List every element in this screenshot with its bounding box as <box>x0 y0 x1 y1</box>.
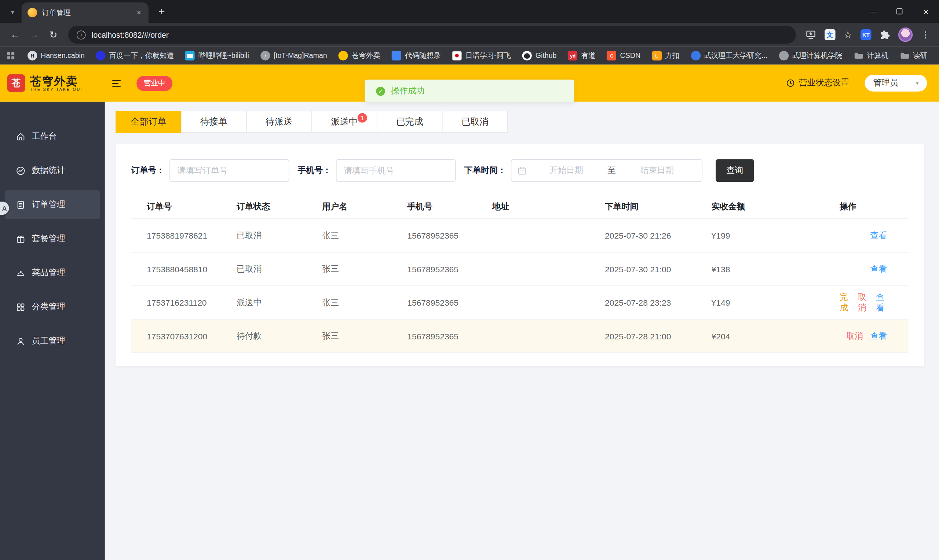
apps-grid-icon[interactable] <box>7 52 15 59</box>
translate-icon[interactable]: 文 <box>825 29 835 40</box>
admin-dropdown[interactable]: 管理员 ▾ <box>865 75 927 92</box>
bookmark-label: Hansen.cabin <box>41 51 85 60</box>
tab-all-orders[interactable]: 全部订单 <box>116 111 182 133</box>
bookmark-item[interactable]: 武理计算机学院 <box>779 51 842 61</box>
tab-search-button[interactable]: ▾ <box>5 4 20 19</box>
column-header: 下单时间 <box>589 195 696 218</box>
bookmark-label: 读研 <box>913 51 927 61</box>
extensions-puzzle-icon[interactable] <box>880 30 890 40</box>
browser-menu-button[interactable]: ⋮ <box>921 29 930 40</box>
bookmark-item[interactable]: 武汉理工大学研究... <box>691 51 767 61</box>
sidebar-item-label: 员工管理 <box>32 336 65 346</box>
sidebar-item-orders[interactable]: 订单管理 <box>5 190 100 219</box>
bookmark-label: 代码随想录 <box>405 51 441 61</box>
url-bar[interactable]: i localhost:8082/#/order <box>68 26 796 44</box>
sidebar-item-label: 数据统计 <box>32 165 65 176</box>
bookmark-item[interactable]: L力扣 <box>652 51 679 61</box>
site-info-icon[interactable]: i <box>77 30 85 39</box>
new-tab-button[interactable]: + <box>153 4 170 20</box>
status-cell: 待付款 <box>221 320 306 352</box>
bookmark-item[interactable]: 日语学习-阿飞 <box>452 51 511 61</box>
orders-table: 订单号 订单状态 用户名 手机号 地址 下单时间 实收金额 操作 1753881… <box>131 195 908 353</box>
sidebar-item-categories[interactable]: 分类管理 <box>0 292 105 321</box>
home-icon <box>15 131 26 142</box>
date-range-picker[interactable]: 开始日期 至 结束日期 <box>511 159 702 182</box>
sidebar-collapse-icon[interactable] <box>111 77 122 89</box>
actions-cell: 完成 取消 查看 <box>824 286 908 319</box>
chart-icon <box>15 165 26 175</box>
search-button[interactable]: 查询 <box>715 159 754 182</box>
success-check-icon: ✓ <box>376 86 385 95</box>
tab-dispatching[interactable]: 派送中 1 <box>311 111 378 133</box>
start-date-placeholder[interactable]: 开始日期 <box>527 165 605 176</box>
cancel-order-link[interactable]: 取消 <box>846 331 863 341</box>
extension-kt-icon[interactable]: KT <box>860 29 871 40</box>
column-header: 实收金额 <box>696 195 824 218</box>
bookmark-favicon <box>522 51 532 60</box>
phone-cell: 15678952365 <box>392 252 477 286</box>
browser-toolbar: ← → ↻ i localhost:8082/#/order 文 ☆ KT ⋮ <box>0 23 939 46</box>
bookmark-item[interactable]: Github <box>522 51 557 60</box>
bookmark-label: 武汉理工大学研究... <box>704 51 767 61</box>
install-app-icon[interactable] <box>805 29 816 40</box>
tab-pending-dispatch[interactable]: 待派送 <box>246 111 312 133</box>
view-order-link[interactable]: 查看 <box>876 292 887 313</box>
window-minimize-button[interactable]: — <box>860 0 886 23</box>
sidebar-item-combos[interactable]: 套餐管理 <box>0 224 105 253</box>
browser-tab[interactable]: 订单管理 × <box>22 3 148 23</box>
bookmark-star-button[interactable]: ☆ <box>843 29 852 40</box>
view-order-link[interactable]: 查看 <box>870 331 887 341</box>
sidebar-item-label: 工作台 <box>32 131 57 142</box>
chevron-down-icon: ▾ <box>916 80 919 86</box>
view-order-link[interactable]: 查看 <box>870 263 887 274</box>
window-maximize-button[interactable] <box>886 0 913 23</box>
sidebar-item-statistics[interactable]: 数据统计 <box>0 156 105 185</box>
business-status-badge: 营业中 <box>136 76 173 91</box>
calendar-icon <box>518 166 526 175</box>
table-header-row: 订单号 订单状态 用户名 手机号 地址 下单时间 实收金额 操作 <box>131 195 908 219</box>
order-time-label: 下单时间： <box>464 165 506 176</box>
bookmark-item[interactable]: 哔哩哔哩~bilibili <box>185 51 249 61</box>
forward-button[interactable]: → <box>25 26 43 44</box>
bookmark-item[interactable]: 代码随想录 <box>392 51 441 61</box>
app-logo: 苍 苍穹外卖 THE SKY TAKE-OUT <box>0 74 105 92</box>
toolbar-icons: 文 ☆ KT ⋮ <box>802 28 933 42</box>
logo-mark-icon: 苍 <box>7 74 25 92</box>
cancel-order-link[interactable]: 取消 <box>858 292 869 313</box>
bookmark-item[interactable]: HHansen.cabin <box>28 51 85 60</box>
window-close-button[interactable]: × <box>913 0 939 23</box>
bookmark-favicon: C <box>607 51 617 60</box>
reload-button[interactable]: ↻ <box>45 26 62 44</box>
order-no-input[interactable] <box>170 159 290 182</box>
business-status-setting[interactable]: 营业状态设置 <box>786 78 849 88</box>
tab-cancelled[interactable]: 已取消 <box>442 111 508 133</box>
column-header: 订单状态 <box>221 195 306 218</box>
bookmark-item[interactable]: 计算机 <box>854 51 888 61</box>
tab-close-icon[interactable]: × <box>134 8 144 17</box>
bookmark-item[interactable]: CCSDN <box>607 51 640 60</box>
tab-completed[interactable]: 已完成 <box>377 111 443 133</box>
bookmark-item[interactable]: 百度一下，你就知道 <box>96 51 174 61</box>
sidebar-item-workbench[interactable]: 工作台 <box>0 122 105 151</box>
sidebar-item-dishes[interactable]: 菜品管理 <box>0 258 105 287</box>
bookmark-item[interactable]: 读研 <box>900 51 927 61</box>
sidebar-item-employees[interactable]: 员工管理 <box>0 326 105 355</box>
complete-order-link[interactable]: 完成 <box>840 292 851 313</box>
bookmark-favicon: H <box>28 51 37 60</box>
column-header: 操作 <box>824 195 908 218</box>
back-button[interactable]: ← <box>6 26 24 44</box>
tab-label: 待派送 <box>265 116 292 128</box>
tab-label: 全部订单 <box>131 116 167 128</box>
end-date-placeholder[interactable]: 结束日期 <box>618 165 696 176</box>
bookmark-item[interactable]: 苍穹外卖 <box>339 51 380 61</box>
profile-avatar[interactable] <box>898 28 913 42</box>
bookmark-item[interactable]: yd有道 <box>568 51 596 61</box>
phone-input[interactable] <box>336 159 456 182</box>
table-row: 1753707631200 待付款 张三 15678952365 2025-07… <box>131 320 908 353</box>
business-setting-label: 营业状态设置 <box>799 78 849 88</box>
tab-pending-accept[interactable]: 待接单 <box>181 111 247 133</box>
date-range-separator: 至 <box>605 165 618 176</box>
bookmark-item[interactable]: ♪[IoT-Mag]Raman <box>261 51 327 60</box>
view-order-link[interactable]: 查看 <box>870 230 887 241</box>
order-no-label: 订单号： <box>131 165 165 176</box>
